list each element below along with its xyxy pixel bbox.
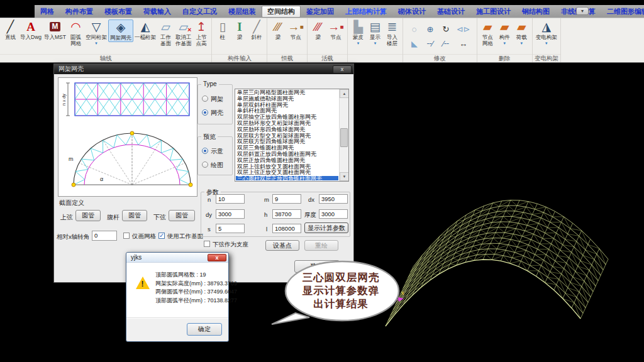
set-base-point-button[interactable]: 设基点 (265, 240, 299, 251)
tool-extend[interactable]: ∕╌ (440, 38, 452, 50)
menu-item-14[interactable]: 二维图形编辑 (601, 6, 644, 18)
import-dwg-icon: A (26, 19, 35, 35)
param-s-input[interactable]: 5 (216, 224, 245, 233)
tool-dead-load-node[interactable]: →▪节点 (286, 19, 305, 41)
tool-delete-member[interactable]: ▰构件▼ (496, 19, 513, 46)
tool-measure[interactable]: ↔ (455, 38, 472, 50)
redraw-button[interactable]: 重绘 (304, 240, 338, 251)
param-dy-input[interactable]: 3000 (216, 209, 245, 219)
web-section-button[interactable]: 圆管 (122, 210, 147, 221)
dialog-title-bar[interactable]: 网架网壳 x (54, 64, 353, 74)
tool-move[interactable]: ⊕ (424, 23, 436, 36)
param-m-input[interactable]: 9 (272, 194, 301, 204)
param-l-input[interactable]: 108000 (272, 224, 301, 233)
show-calc-params-button[interactable]: 显示计算参数 (304, 222, 348, 233)
scroll-up-icon[interactable]: ▲ (340, 89, 349, 98)
tool-column[interactable]: ▯柱 (214, 19, 231, 41)
tool-import-mst[interactable]: M导入MST (43, 19, 67, 41)
scrollbar-thumb[interactable] (340, 128, 348, 147)
tool-space-truss[interactable]: ▽空间桁架▼ (84, 19, 108, 46)
tool-rotate[interactable]: ↻ (440, 23, 452, 36)
messagebox-close-button[interactable]: x (208, 254, 226, 261)
tool-skin[interactable]: ▙蒙皮▼ (350, 19, 367, 46)
menu-item-3[interactable]: 荷载输入 (138, 6, 177, 18)
param-h-input[interactable]: 38700 (272, 209, 301, 219)
use-workplane-checkbox[interactable]: 使用工作基面 (158, 233, 203, 241)
rotation-input[interactable]: 0 (92, 231, 117, 241)
bottom-chord-support-checkbox[interactable]: 下弦作为支座 (204, 241, 248, 249)
menu-item-5[interactable]: 楼层组装 (223, 6, 262, 18)
tool-label: 空间桁架 (86, 35, 107, 41)
menu-item-6[interactable]: 空间结构 (262, 6, 301, 18)
menu-item-1[interactable]: 构件布置 (60, 6, 99, 18)
messagebox-lines: 顶部圆弧网格数 : 19网架实际高度(mm) : 38793.3709两侧圆弧半… (155, 271, 237, 305)
menu-item-10[interactable]: 基础设计 (431, 6, 470, 18)
tool-copy[interactable]: ◌ (408, 23, 421, 36)
tool-upper-node-height[interactable]: ↥上节 点高 (192, 19, 209, 47)
tool-label: 斜杆 (251, 35, 262, 41)
menu-item-7[interactable]: 鉴定加固 (301, 6, 340, 18)
param-dx-input[interactable]: 3950 (319, 194, 348, 204)
type-listbox[interactable]: 单层三向网格型圆柱面网壳单层施威德勒球面网壳单层双斜杆柱面网壳单斜杆柱面网壳双层… (235, 89, 349, 182)
tool-import-story[interactable]: ≣导入 楼层 (384, 19, 401, 47)
tool-single-truss[interactable]: ◭一榀桁架 (133, 19, 157, 41)
bottom-chord-section-button[interactable]: 圆管 (169, 210, 195, 221)
tool-import-dwg[interactable]: A导入Dwg (19, 19, 43, 41)
messagebox-title-bar[interactable]: yjks x (126, 253, 228, 263)
param-n-input[interactable]: 10 (216, 194, 245, 204)
tool-work-plane[interactable]: ▱工作 基面 (157, 19, 174, 47)
messagebox-footer: 确定 (126, 317, 228, 341)
dropdown-caret-icon[interactable]: ▼ (373, 41, 377, 46)
dropdown-caret-icon[interactable]: ▼ (356, 41, 360, 46)
tool-dead-load-beam[interactable]: ∕∕∕梁 (269, 19, 286, 41)
tool-delete-node-grid[interactable]: ▰节点 网格 (479, 19, 496, 47)
tool-grid-shell[interactable]: ◈网架网壳 (108, 19, 133, 42)
tool-display[interactable]: ▤显示▼ (367, 19, 384, 46)
dropdown-caret-icon[interactable]: ▼ (519, 41, 523, 46)
menu-overflow-button[interactable]: ▾ (576, 7, 589, 15)
delete-member-icon: ▰ (500, 19, 509, 35)
dropdown-caret-icon[interactable]: ▼ (545, 41, 548, 46)
menu-item-12[interactable]: 钢结构图 (516, 6, 555, 18)
tool-substation-frame[interactable]: ◮变电构架▼ (535, 19, 558, 46)
tool-beam[interactable]: I梁 (231, 19, 248, 41)
tool-brace[interactable]: ╱斜杆 (248, 19, 265, 41)
grid-only-checkbox[interactable]: 仅画网格 (123, 233, 156, 241)
menu-item-0[interactable]: 网格 (35, 6, 60, 18)
tool-delete-load[interactable]: ▰荷载▼ (513, 19, 530, 46)
listbox-scrollbar[interactable]: ▲ ▼ (339, 89, 348, 181)
dialog-title: 网架网壳 (58, 65, 84, 74)
top-chord-section-button[interactable]: 圆管 (75, 210, 101, 221)
type-list-item[interactable]: 三心圆柱双层正放四角锥柱面网壳 (236, 176, 338, 180)
tool-live-load-beam[interactable]: ∕∕∕梁 (309, 19, 326, 41)
tool-mirror[interactable]: ⊲⊳ (455, 23, 472, 36)
menu-item-4[interactable]: 自定义工况 (177, 6, 223, 18)
dropdown-caret-icon[interactable]: ▼ (502, 41, 506, 46)
tool-arc-grid[interactable]: ◠圆弧 网格 (67, 19, 84, 47)
arc-grid-icon: ◠ (70, 19, 81, 35)
menu-item-2[interactable]: 楼板布置 (99, 6, 138, 18)
menu-item-9[interactable]: 砌体设计 (392, 6, 431, 18)
measure-icon: ↔ (459, 39, 467, 49)
param-thickness-input[interactable]: 3000 (319, 209, 348, 219)
menu-item-8[interactable]: 上部结构计算 (340, 6, 392, 18)
param-s-label: s (208, 226, 211, 233)
radio-wangjia[interactable]: 网架 (202, 95, 223, 104)
import-mst-icon: M (50, 22, 60, 31)
toolbar-group-label (348, 54, 402, 62)
tool-break[interactable]: ╌∕ (424, 38, 436, 50)
close-button[interactable]: x (333, 65, 352, 74)
menu-item-11[interactable]: 施工图设计 (470, 6, 516, 18)
stretch-icon: ◣ (411, 39, 418, 49)
radio-wangke[interactable]: 网壳 (202, 109, 223, 118)
dropdown-caret-icon[interactable]: ▼ (94, 41, 98, 46)
scroll-down-icon[interactable]: ▼ (340, 172, 349, 181)
tool-live-load-node[interactable]: →▪节点 (326, 19, 345, 41)
tool-stretch[interactable]: ◣ (408, 38, 421, 50)
radio-schematic[interactable]: 示意 (202, 147, 223, 156)
messagebox-ok-button[interactable]: 确定 (187, 323, 222, 336)
beam-icon: I (237, 19, 242, 35)
tool-line[interactable]: ╱直线 (2, 19, 19, 41)
radio-draw[interactable]: 绘图 (202, 161, 223, 170)
tool-cancel-work-plane[interactable]: ▱×取消工 作基面 (174, 19, 193, 47)
